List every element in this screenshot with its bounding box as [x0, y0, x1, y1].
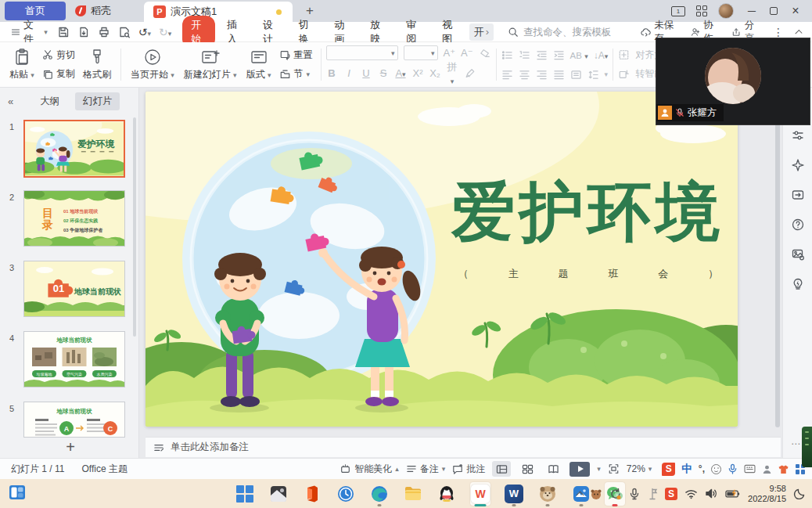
bullet-list-icon[interactable] — [501, 50, 513, 60]
tab-overflow[interactable]: 开› — [469, 23, 494, 41]
tray-sogou-icon[interactable]: S — [665, 488, 677, 500]
new-slide-button[interactable]: 新建幻灯片 ▾ — [179, 45, 242, 84]
add-slide-button[interactable]: + — [61, 438, 80, 456]
slide-thumbnail-1[interactable]: 爱护环境 — [23, 120, 125, 178]
slide-thumbnail-5[interactable]: 地球当前现状 A C — [23, 402, 125, 438]
paste-button[interactable]: 粘贴 ▾ — [5, 45, 39, 84]
tray-wifi-icon[interactable] — [684, 488, 698, 499]
highlight-pen-icon[interactable] — [464, 68, 476, 79]
decrease-font-button[interactable]: A⁻ — [461, 47, 473, 59]
theme-name[interactable]: Office 主题 — [81, 463, 127, 476]
smart-beautify-button[interactable]: 智能美化▴ — [340, 463, 399, 476]
decrease-indent-icon[interactable] — [536, 50, 548, 60]
align-right-icon[interactable] — [536, 70, 548, 80]
distribute-icon[interactable] — [570, 70, 582, 80]
ime-skin-icon[interactable] — [778, 464, 789, 474]
ime-language-toggle[interactable]: 中 — [681, 462, 692, 476]
ime-emoji-icon[interactable] — [711, 464, 721, 474]
strikethrough-button[interactable]: S — [378, 67, 390, 79]
tray-pet-icon[interactable] — [590, 488, 602, 500]
tray-mic-icon[interactable] — [629, 488, 640, 500]
slideshow-play-button[interactable] — [569, 462, 590, 477]
account-avatar[interactable] — [718, 3, 734, 19]
effects-icon[interactable] — [791, 158, 805, 172]
window-list-icon[interactable]: 1 — [671, 6, 685, 16]
taskbar-app-explorer[interactable] — [403, 482, 423, 506]
search-input[interactable] — [523, 27, 641, 38]
pinyin-guide-button[interactable]: 拼▾ — [447, 60, 458, 86]
line-spacing-icon[interactable] — [587, 70, 599, 80]
export-icon[interactable] — [77, 26, 90, 38]
sogou-logo-icon[interactable]: S — [662, 463, 675, 476]
save-icon[interactable] — [57, 26, 70, 38]
slide-subtitle[interactable]: （ 主 题 班 会 ） — [458, 267, 718, 281]
tray-sync-icon[interactable] — [609, 488, 622, 500]
tray-volume-icon[interactable] — [705, 488, 718, 499]
close-button[interactable]: × — [789, 4, 803, 18]
zoom-level[interactable]: 72%▾ — [627, 463, 652, 474]
slide-thumbnail-2[interactable]: 目 录 01 地球当前现状 02 环保生态实践 03 争做地球保护者 — [23, 190, 125, 247]
bold-button[interactable]: B — [326, 67, 338, 79]
print-icon[interactable] — [98, 26, 110, 38]
slide-sorter-view-button[interactable] — [518, 461, 537, 477]
collapse-ribbon-icon[interactable] — [795, 29, 802, 36]
clear-format-icon[interactable] — [479, 48, 491, 59]
underline-button[interactable]: U — [361, 67, 372, 79]
fit-slide-icon[interactable] — [608, 463, 620, 474]
align-center-icon[interactable] — [519, 70, 530, 80]
tray-network-icon[interactable] — [647, 488, 658, 500]
tray-night-mode-icon[interactable] — [793, 488, 806, 500]
apps-grid-icon[interactable] — [696, 5, 707, 16]
taskbar-app-qq[interactable] — [437, 482, 457, 506]
increase-font-button[interactable]: A⁺ — [444, 47, 456, 59]
smart-graphic-icon[interactable] — [618, 69, 630, 80]
animation-pane-icon[interactable] — [791, 188, 805, 202]
slide-thumbnail-4[interactable]: 地球当前现状 垃圾遍地 空气污染 水质污染 — [23, 331, 125, 387]
align-left-icon[interactable] — [501, 70, 513, 80]
ime-account-icon[interactable] — [762, 464, 772, 474]
taskbar-app-wps[interactable]: W — [470, 482, 490, 506]
align-text-icon[interactable] — [618, 49, 630, 60]
reset-button[interactable]: 重置 — [276, 48, 316, 63]
tray-battery-icon[interactable] — [725, 488, 741, 499]
tab-outline[interactable]: 大纲 — [32, 92, 67, 110]
font-color-button[interactable]: A▾ — [395, 67, 407, 79]
more-menu-icon[interactable]: ⋮ — [773, 26, 784, 38]
slide-thumbnail-3[interactable]: 01 地球当前现状 — [23, 261, 125, 317]
print-preview-icon[interactable] — [118, 26, 131, 38]
command-search[interactable] — [508, 27, 641, 38]
taskbar-app-word[interactable]: W — [504, 482, 524, 506]
taskbar-app-pet[interactable] — [537, 482, 558, 506]
increase-indent-icon[interactable] — [553, 50, 565, 60]
docer-tab[interactable]: 稻壳 — [66, 0, 138, 22]
webcam-overlay[interactable]: 张耀方 — [656, 38, 810, 125]
image-tools-icon[interactable] — [791, 247, 805, 261]
taskbar-start-button[interactable] — [235, 482, 255, 506]
text-sort-button[interactable]: ↓A▾ — [594, 50, 609, 61]
sidebar-scrollbar[interactable] — [133, 117, 136, 337]
italic-button[interactable]: I — [343, 67, 355, 79]
help-icon[interactable] — [791, 218, 805, 232]
taskbar-widgets-icon[interactable] — [8, 483, 27, 504]
ime-voice-icon[interactable] — [728, 463, 738, 474]
slide-title[interactable]: 爱护环境 — [444, 170, 731, 256]
undo-icon[interactable]: ↺▾ — [138, 26, 151, 38]
taskbar-app-office[interactable] — [302, 482, 322, 506]
collapse-panel-icon[interactable]: « — [8, 95, 13, 107]
layout-button[interactable]: 版式 ▾ — [242, 45, 276, 84]
ime-keyboard-icon[interactable] — [744, 464, 756, 474]
tab-slides[interactable]: 幻灯片 — [75, 92, 120, 110]
properties-icon[interactable] — [791, 128, 805, 142]
ime-skin-widget[interactable] — [802, 427, 812, 467]
notes-bar[interactable]: 单击此处添加备注 — [146, 437, 781, 457]
font-size-select[interactable]: ▾ — [404, 45, 438, 60]
numbered-list-icon[interactable] — [519, 50, 530, 60]
slide-canvas[interactable]: 爱护环境 （ 主 题 班 会 ） — [146, 92, 738, 427]
redo-icon[interactable]: ↻▾ — [159, 26, 171, 38]
comments-button[interactable]: 批注 — [452, 463, 485, 476]
copy-button[interactable]: 复制 — [39, 67, 78, 81]
taskbar-app-clock[interactable] — [336, 482, 356, 506]
cut-button[interactable]: 剪切 — [39, 48, 78, 63]
maximize-button[interactable] — [770, 7, 778, 15]
play-options-icon[interactable]: ▾ — [597, 465, 601, 473]
